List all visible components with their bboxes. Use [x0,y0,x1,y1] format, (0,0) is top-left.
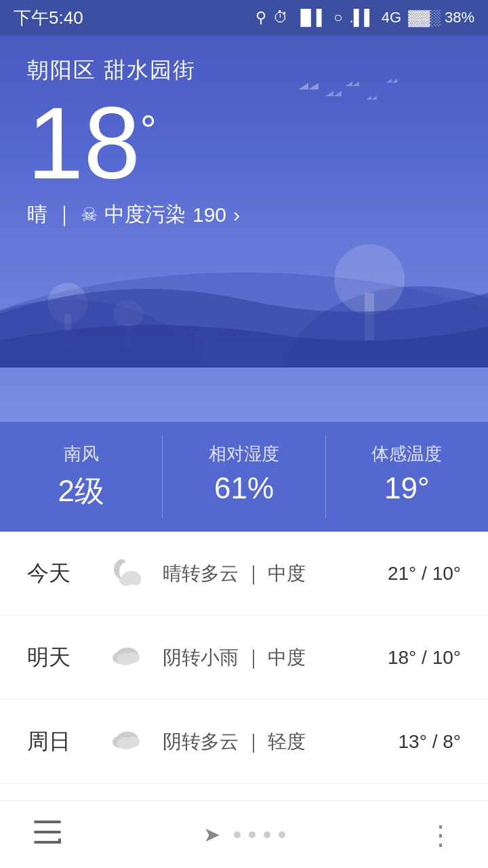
battery-icon: ▓▓░ 38% [408,9,474,26]
svg-point-18 [334,244,405,315]
svg-marker-8 [386,79,392,83]
bottom-nav: ➤ ⋮ [0,800,488,868]
svg-point-31 [117,737,136,749]
sim-icon: ○ [333,9,342,26]
forecast-temp-tomorrow: 18° / 10° [388,647,461,669]
svg-marker-0 [298,83,308,90]
location-button[interactable]: ➤ [203,823,220,846]
dot-1 [234,831,241,838]
status-icons: ⚲ ⏱ ▐▌▌ ○ .▌▌ 4G ▓▓░ 38% [256,9,474,26]
forecast-today[interactable]: 今天 晴转多云 ｜ 中度 21° / 10° [0,532,488,616]
forecast-day-today: 今天 [27,559,88,589]
menu-button[interactable] [34,821,61,849]
wind-label: 南风 [0,442,162,466]
forecast-tomorrow[interactable]: 明天 阴转小雨 ｜ 中度 18° / 10° [0,616,488,700]
forecast-icon-today [102,555,149,592]
alarm-icon: ⏱ [273,9,288,26]
headphone-icon: ⚲ [256,9,266,26]
svg-marker-4 [346,81,352,86]
svg-marker-9 [392,79,397,83]
humidity-value: 61% [163,471,325,505]
svg-marker-3 [333,91,342,96]
dot-4 [279,831,285,838]
network-icon: 4G [382,9,401,26]
humidity-label: 相对湿度 [163,442,325,466]
svg-rect-33 [34,831,61,833]
forecast-desc-today: 晴转多云 ｜ 中度 [163,561,388,587]
humidity-stat: 相对湿度 61% [162,435,325,518]
forecast-sunday[interactable]: 周日 阴转多云 ｜ 轻度 13° / 8° [0,700,488,784]
svg-marker-2 [325,91,333,96]
feels-like-stat: 体感温度 19° [325,435,488,518]
svg-point-23 [130,576,141,585]
forecast-desc-tomorrow: 阴转小雨 ｜ 中度 [163,645,388,671]
more-button[interactable]: ⋮ [427,819,454,850]
wind-value: 2级 [0,471,162,511]
page-dots [234,831,285,838]
svg-rect-37 [56,841,61,844]
svg-point-27 [117,653,136,665]
dot-2 [249,831,256,838]
weather-hero: 朝阳区 甜水园街 18° 晴 ｜ ☠ 中度污染 190 › [0,35,488,422]
status-time: 下午5:40 [14,6,83,30]
svg-rect-35 [43,841,47,844]
forecast-day-tomorrow: 明天 [27,643,88,673]
svg-marker-7 [371,96,377,100]
feels-like-label: 体感温度 [326,442,488,466]
signal2-icon: .▌▌ [350,9,375,26]
stats-bar: 南风 2级 相对湿度 61% 体感温度 19° [0,422,488,532]
feels-like-value: 19° [326,471,488,505]
scenery-illustration [0,178,488,368]
svg-rect-32 [34,821,61,823]
dot-3 [264,831,270,838]
forecast-temp-sunday: 13° / 8° [399,731,461,753]
status-bar: 下午5:40 ⚲ ⏱ ▐▌▌ ○ .▌▌ 4G ▓▓░ 38% [0,0,488,35]
forecast-day-sunday: 周日 [27,727,88,757]
signal-icon: ▐▌▌ [295,9,327,26]
forecast-icon-tomorrow [102,639,149,676]
wind-stat: 南风 2级 [0,435,162,518]
forecast-temp-today: 21° / 10° [388,563,461,585]
svg-marker-1 [308,83,319,90]
svg-marker-6 [366,96,371,100]
svg-marker-5 [352,81,359,86]
birds-decoration [285,76,420,133]
forecast-icon-sunday [102,723,149,760]
forecast-desc-sunday: 阴转多云 ｜ 轻度 [163,729,399,755]
nav-center: ➤ [203,823,285,846]
